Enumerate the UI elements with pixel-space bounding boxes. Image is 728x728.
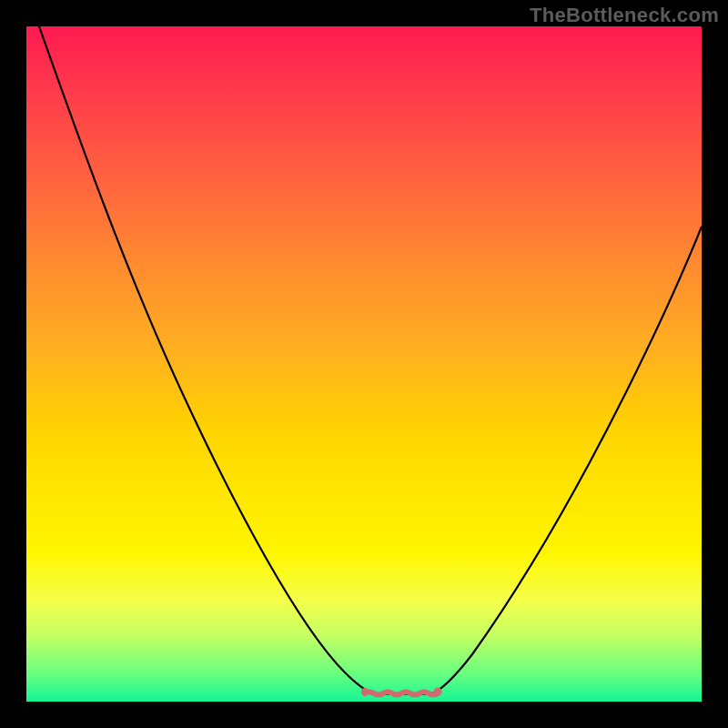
bottleneck-curve-path xyxy=(39,26,702,694)
flat-region-end-dot xyxy=(434,688,442,696)
watermark-text: TheBottleneck.com xyxy=(530,4,719,27)
plot-area xyxy=(26,26,702,702)
flat-region-highlight xyxy=(365,693,438,695)
bottleneck-curve-svg xyxy=(26,26,702,702)
flat-region-start-dot xyxy=(361,688,369,695)
chart-frame: TheBottleneck.com xyxy=(0,0,728,728)
